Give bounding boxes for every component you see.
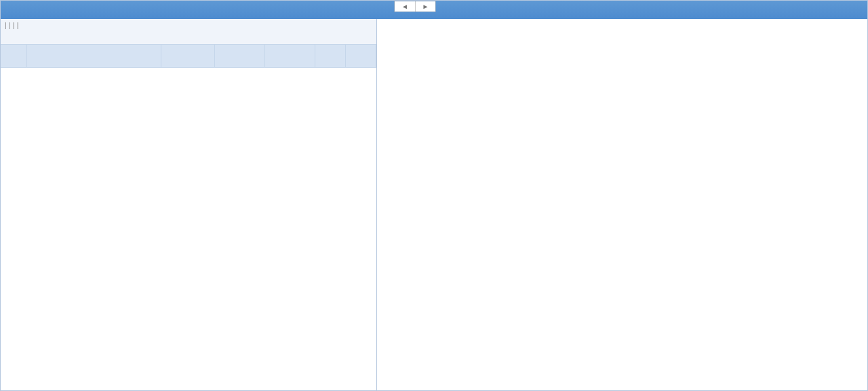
title-bar: ◄ ►: [1, 1, 867, 19]
timeline-prev-button[interactable]: ◄: [395, 1, 415, 12]
col-start[interactable]: [215, 45, 265, 68]
col-pct[interactable]: [346, 45, 376, 68]
col-finish[interactable]: [265, 45, 315, 68]
task-table[interactable]: [1, 45, 376, 68]
gantt-area[interactable]: [377, 41, 867, 390]
timeline-next-button[interactable]: ►: [415, 1, 435, 12]
col-name[interactable]: [27, 45, 161, 68]
col-days[interactable]: [315, 45, 346, 68]
col-res[interactable]: [161, 45, 215, 68]
timeline-nav: ◄ ►: [394, 1, 436, 12]
col-wbs[interactable]: [1, 45, 27, 68]
timeline-header: [377, 19, 867, 41]
task-table-pane: | | | |: [1, 19, 377, 390]
gantt-pane[interactable]: [377, 19, 867, 390]
project-info: | | | |: [1, 19, 376, 45]
